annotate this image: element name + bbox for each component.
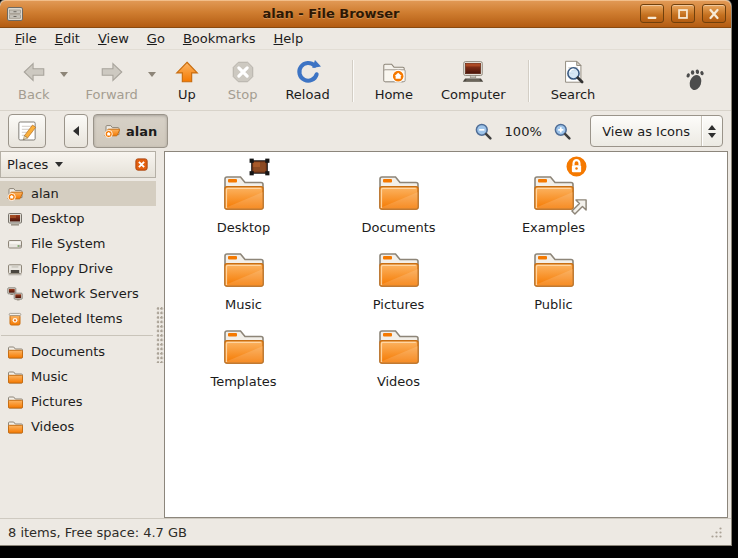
window-resize-grip[interactable] xyxy=(709,525,723,539)
sidebar-item-desktop[interactable]: Desktop xyxy=(0,206,156,231)
menu-item-go[interactable]: Go xyxy=(138,30,174,47)
emblem-lock-icon xyxy=(564,154,589,179)
toolbar-separator xyxy=(528,60,529,102)
drive-icon xyxy=(7,236,23,252)
file-browser-window: alan - File Browser FileEditViewGoBookma… xyxy=(0,0,731,545)
file-item-desktop[interactable]: Desktop xyxy=(166,167,321,244)
minimize-icon xyxy=(644,7,660,21)
zoom-in-icon xyxy=(553,122,572,141)
zoom-out-button[interactable] xyxy=(472,120,495,143)
home-folder-sm-icon xyxy=(7,186,23,202)
computer-icon xyxy=(460,59,486,85)
computer-button[interactable]: Computer xyxy=(433,56,514,103)
reload-button[interactable]: Reload xyxy=(277,56,337,103)
toolbar-separator xyxy=(352,60,353,102)
window-title: alan - File Browser xyxy=(29,6,633,21)
location-bar: alan 100% View as Icons xyxy=(0,111,731,151)
pane-resize-handle[interactable] xyxy=(156,151,164,518)
file-item-documents[interactable]: Documents xyxy=(321,167,476,244)
file-item-music[interactable]: Music xyxy=(166,244,321,321)
menu-item-bookmarks[interactable]: Bookmarks xyxy=(174,30,265,47)
folder-icon xyxy=(375,167,423,215)
maximize-button[interactable] xyxy=(671,4,695,23)
home-button[interactable]: Home xyxy=(367,56,421,103)
maximize-icon xyxy=(675,7,691,21)
sidebar-item-file-system[interactable]: File System xyxy=(0,231,156,256)
sidebar-item-documents[interactable]: Documents xyxy=(0,339,156,364)
combo-spinner-icon xyxy=(702,125,722,138)
trash-icon xyxy=(7,311,23,327)
statusbar: 8 items, Free space: 4.7 GB xyxy=(0,518,731,545)
sidebar-item-videos[interactable]: Videos xyxy=(0,414,156,439)
zoom-out-icon xyxy=(474,122,493,141)
close-button[interactable] xyxy=(702,4,726,23)
status-text: 8 items, Free space: 4.7 GB xyxy=(8,525,187,540)
sidebar-item-alan[interactable]: alan xyxy=(0,181,156,206)
menubar: FileEditViewGoBookmarksHelp xyxy=(0,28,731,50)
window-menu-icon[interactable] xyxy=(5,4,25,24)
home-folder-icon xyxy=(104,123,120,139)
gnome-throbber-icon xyxy=(683,67,707,93)
path-button-alan[interactable]: alan xyxy=(93,114,168,148)
file-item-pictures[interactable]: Pictures xyxy=(321,244,476,321)
sidebar-item-music[interactable]: Music xyxy=(0,364,156,389)
up-icon xyxy=(174,59,200,85)
chevron-down-icon xyxy=(55,162,63,167)
file-item-examples[interactable]: Examples xyxy=(476,167,631,244)
forward-icon xyxy=(99,59,125,85)
file-item-videos[interactable]: Videos xyxy=(321,321,476,398)
icon-view[interactable]: Desktop Documents Examples xyxy=(164,151,728,518)
menu-item-help[interactable]: Help xyxy=(265,30,313,47)
close-pane-icon xyxy=(134,157,149,172)
search-icon xyxy=(560,59,586,85)
stop-button[interactable]: Stop xyxy=(220,56,266,103)
emblem-symlink-icon xyxy=(564,196,590,222)
desktop-mini-icon xyxy=(7,211,23,227)
back-history-dropdown-icon[interactable] xyxy=(60,72,68,81)
home-icon xyxy=(381,59,407,85)
folder-icon xyxy=(375,244,423,292)
minimize-button[interactable] xyxy=(640,4,664,23)
sidebar-item-deleted-items[interactable]: Deleted Items xyxy=(0,306,156,331)
edit-note-icon xyxy=(15,119,39,143)
places-list: alan Desktop File System Floppy Drive Ne… xyxy=(0,178,156,518)
close-sidebar-button[interactable] xyxy=(134,157,149,172)
folder-icon xyxy=(220,244,268,292)
file-item-templates[interactable]: Templates xyxy=(166,321,321,398)
titlebar[interactable]: alan - File Browser xyxy=(0,0,731,28)
menu-item-view[interactable]: View xyxy=(89,30,138,47)
folder-sm-icon xyxy=(7,369,23,385)
search-button[interactable]: Search xyxy=(543,56,604,103)
places-menu-button[interactable]: Places xyxy=(0,151,156,178)
folder-icon xyxy=(530,244,578,292)
file-item-public[interactable]: Public xyxy=(476,244,631,321)
close-icon xyxy=(706,7,722,21)
sidebar-item-floppy-drive[interactable]: Floppy Drive xyxy=(0,256,156,281)
menu-item-edit[interactable]: Edit xyxy=(46,30,89,47)
edit-location-button[interactable] xyxy=(8,114,46,148)
chevron-left-icon xyxy=(73,126,79,136)
back-button[interactable]: Back xyxy=(10,56,58,103)
sidebar-item-pictures[interactable]: Pictures xyxy=(0,389,156,414)
content-area: Places alan Desktop File System xyxy=(0,151,731,518)
menu-item-file[interactable]: File xyxy=(6,30,46,47)
network-icon xyxy=(7,286,23,302)
back-icon xyxy=(21,59,47,85)
folder-sm-icon xyxy=(7,344,23,360)
forward-button[interactable]: Forward xyxy=(78,56,146,103)
folder-icon xyxy=(375,321,423,369)
forward-history-dropdown-icon[interactable] xyxy=(148,72,156,81)
emblem-desktop-icon xyxy=(248,156,271,179)
zoom-level: 100% xyxy=(501,124,545,139)
stop-icon xyxy=(230,59,256,85)
path-scroll-left-button[interactable] xyxy=(64,114,88,148)
floppy-icon xyxy=(7,261,23,277)
up-button[interactable]: Up xyxy=(166,56,208,103)
sidebar-item-network-servers[interactable]: Network Servers xyxy=(0,281,156,306)
places-sidebar: Places alan Desktop File System xyxy=(0,151,156,518)
view-mode-combo[interactable]: View as Icons xyxy=(590,115,723,147)
reload-icon xyxy=(295,59,321,85)
folder-sm-icon xyxy=(7,394,23,410)
zoom-in-button[interactable] xyxy=(551,120,574,143)
folder-icon xyxy=(220,321,268,369)
